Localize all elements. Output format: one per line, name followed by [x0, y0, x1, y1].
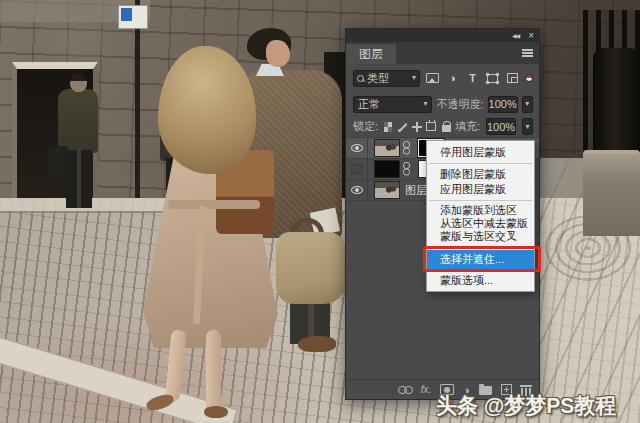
chevron-down-icon: ▾ — [525, 100, 529, 108]
stone-pedestal — [583, 150, 640, 236]
pedestrian-man-jacket — [48, 146, 68, 178]
menu-item-disable-mask[interactable]: 停用图层蒙版 — [427, 145, 534, 160]
eye-icon — [351, 186, 363, 194]
chevron-down-icon: ▾ — [526, 123, 530, 131]
menu-separator — [429, 163, 532, 164]
layer-thumbnail[interactable] — [374, 181, 400, 199]
mask-context-menu: 停用图层蒙版 删除图层蒙版 应用图层蒙版 添加蒙版到选区 从选区中减去蒙版 蒙版… — [426, 140, 535, 292]
layer-style-button[interactable]: fx. — [421, 384, 432, 395]
panel-titlebar: ◀◀ × — [346, 29, 539, 42]
menu-separator — [429, 200, 532, 201]
blend-mode-row: 正常 ▾ 不透明度: 100% ▾ — [346, 92, 539, 116]
panel-menu-icon[interactable] — [522, 49, 533, 57]
chevron-down-icon: ▾ — [423, 100, 427, 108]
menu-item-mask-options[interactable]: 蒙版选项... — [427, 273, 534, 288]
fill-label: 填充: — [455, 119, 480, 134]
eye-icon — [351, 144, 363, 152]
lock-row: 锁定: 填充: 100% ▾ — [346, 116, 539, 138]
eye-hidden-well — [351, 164, 363, 174]
fill-dropdown-button[interactable]: ▾ — [522, 118, 533, 135]
black-bollard — [593, 48, 640, 156]
link-icon — [398, 386, 412, 393]
woman-right-sandal — [204, 406, 228, 418]
tab-layers[interactable]: 图层 — [346, 44, 396, 64]
blend-mode-value: 正常 — [358, 97, 423, 112]
watermark-text: 头条 @梦梦PS教程 — [436, 391, 616, 420]
pedestrian-man-body — [58, 89, 98, 153]
menu-item-subtract-mask-from-selection[interactable]: 从选区中减去蒙版 — [427, 217, 534, 230]
smart-object-icon — [507, 73, 518, 83]
layer-thumbnail[interactable] — [374, 160, 400, 178]
menu-separator — [429, 246, 532, 247]
link-mask-icon[interactable] — [401, 139, 412, 157]
visibility-toggle[interactable] — [346, 159, 368, 179]
opacity-label: 不透明度: — [436, 97, 483, 112]
visibility-toggle[interactable] — [346, 180, 368, 200]
layer-filter-row: 类型 ▾ ◑ T — [346, 64, 539, 92]
lock-artboard-icon[interactable] — [426, 122, 435, 131]
filter-pixel-layers-button[interactable] — [425, 72, 440, 85]
lock-position-icon[interactable] — [412, 122, 420, 132]
parking-sign — [118, 5, 148, 29]
lock-transparency-icon[interactable] — [384, 122, 392, 132]
visibility-toggle[interactable] — [346, 138, 368, 158]
filter-type-layers-button[interactable]: T — [465, 72, 480, 85]
filter-adjustment-layers-button[interactable]: ◑ — [445, 72, 460, 85]
fill-value[interactable]: 100% — [486, 118, 516, 135]
filter-shape-layers-button[interactable] — [485, 72, 500, 85]
man-canvas-bag — [276, 232, 346, 304]
opacity-value[interactable]: 100% — [488, 96, 518, 113]
lock-all-icon[interactable] — [442, 121, 449, 132]
menu-item-intersect-mask-with-selection[interactable]: 蒙版与选区交叉 — [427, 230, 534, 243]
background-photo — [0, 0, 640, 423]
chevron-down-icon: ▾ — [412, 74, 416, 82]
screenshot-root: ◀◀ × 图层 类型 ▾ ◑ T 正常 ▾ 不透明度: — [0, 0, 640, 423]
filter-kind-select[interactable]: 类型 ▾ — [353, 70, 420, 87]
filter-kind-label: 类型 — [367, 71, 409, 86]
lock-pixels-icon[interactable] — [398, 122, 406, 132]
sign-pole — [135, 0, 140, 214]
layer-thumbnail[interactable] — [374, 139, 400, 157]
shape-icon — [487, 74, 498, 83]
close-panel-icon[interactable]: × — [528, 31, 534, 41]
lock-label: 锁定: — [353, 119, 378, 134]
filter-smart-objects-button[interactable] — [505, 72, 520, 85]
blend-mode-select[interactable]: 正常 ▾ — [353, 96, 432, 113]
woman-coat-belt — [168, 200, 260, 209]
pedestrian-man-legs — [66, 150, 92, 208]
menu-item-apply-mask[interactable]: 应用图层蒙版 — [427, 182, 534, 197]
link-layers-button[interactable] — [398, 386, 412, 393]
opacity-dropdown-button[interactable]: ▾ — [522, 96, 533, 113]
woman-right-leg — [206, 330, 221, 414]
image-icon — [426, 73, 439, 83]
menu-item-add-mask-to-selection[interactable]: 添加蒙版到选区 — [427, 204, 534, 217]
link-mask-icon[interactable] — [401, 160, 412, 178]
search-icon — [357, 75, 364, 82]
collapse-panel-icon[interactable]: ◀◀ — [512, 33, 519, 39]
filter-toggle-switch[interactable] — [525, 74, 533, 82]
man-shoe — [298, 336, 336, 352]
menu-item-select-and-mask[interactable]: 选择并遮住... — [427, 250, 534, 269]
pedestrian-man-head — [70, 73, 87, 92]
man-face — [266, 40, 290, 67]
panel-tabbar: 图层 — [346, 42, 539, 64]
menu-item-delete-mask[interactable]: 删除图层蒙版 — [427, 167, 534, 182]
